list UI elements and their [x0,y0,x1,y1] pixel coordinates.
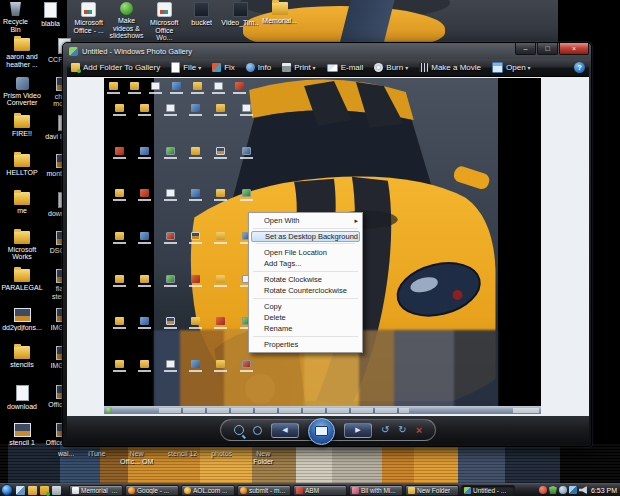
desktop-icon-label[interactable]: wal... [58,450,74,465]
context-menu-item[interactable]: Rotate Counterclockwise [249,285,362,296]
zoom-icon[interactable] [234,425,244,435]
toolbar-button-label: Open [506,63,526,72]
taskbar-button-icon [184,487,191,494]
desktop-icon[interactable]: aaron and heather ... [0,36,44,75]
taskbar-button-icon [296,487,303,494]
tray-icon[interactable] [579,486,587,494]
toolbar-button[interactable]: Open [492,62,531,73]
tray-icon[interactable] [559,486,567,494]
context-menu-item-label: Set as Desktop Background [265,232,358,241]
desktop-icon-glyph [16,77,29,90]
window-control-button[interactable]: – [515,43,536,55]
taskbar-button[interactable]: Bil with Mi... [349,485,403,496]
taskbar-button[interactable]: New Folder [405,485,459,496]
mini-desktop-icon [132,358,157,394]
desktop-icon[interactable]: blabla [35,2,66,33]
taskbar-button[interactable]: Memorial_1... [69,485,123,496]
context-menu-item[interactable]: Delete [249,312,362,323]
desktop-icon[interactable]: Microsoft Office - ... [72,2,105,42]
desktop-icon-glyph [14,154,30,167]
desktop-icon-glyph [14,115,30,128]
toolbar-button-icon [492,62,503,73]
mini-desktop-icon [234,145,259,181]
desktop-icon[interactable]: Prism Video Converter [0,75,44,114]
window-control-button[interactable]: □ [537,43,558,55]
desktop-icon-label[interactable]: photos [211,450,232,465]
toolbar-button[interactable]: E-mail [327,63,364,72]
tray-icon[interactable] [569,486,577,494]
toolbar-button[interactable]: Burn [374,63,408,72]
mini-desktop-icon [107,230,132,266]
quick-launch-icon[interactable] [16,486,25,495]
desktop-icon-label: aaron and heather ... [0,53,44,68]
taskbar-button-icon [352,487,359,494]
quick-launch-icon[interactable] [40,486,49,495]
mini-desktop-icon [107,187,132,223]
desktop-icon[interactable]: PARALEGAL [0,267,44,306]
mini-desktop-icon [208,273,233,309]
toolbar-button[interactable]: File [171,62,201,73]
toolbar-button[interactable]: Fix [212,63,235,72]
taskbar-clock[interactable]: 6:53 PM [589,487,620,494]
desktop-icon[interactable]: Microsoft Office Wo... [148,2,181,42]
taskbar-button[interactable]: AOL.com ... [181,485,235,496]
context-menu-item[interactable]: Add Tags... [249,258,362,269]
taskbar-button[interactable]: ABM [293,485,347,496]
context-menu-item[interactable]: Copy [249,301,362,312]
context-menu-item[interactable]: Set as Desktop Background [251,231,360,242]
desktop-icon[interactable]: stencils [0,344,44,383]
tray-icon[interactable] [539,486,547,494]
tray-icon[interactable] [549,486,557,494]
window-control-button[interactable]: × [559,43,589,55]
desktop-icon[interactable]: Video_Tim... [222,2,258,42]
toolbar-button[interactable]: Add Folder To Gallery [71,63,160,72]
title-bar[interactable]: Untitled - Windows Photo Gallery [67,44,589,59]
desktop-icon[interactable]: HELLTOP [0,152,44,191]
context-menu-item[interactable]: Properties [249,339,362,350]
context-menu-item-label: Properties [264,340,298,349]
desktop-icon-label[interactable]: New Folder [246,450,280,465]
taskbar-button[interactable]: Untitled - ... [461,485,515,496]
desktop-icon-glyph [14,423,31,437]
toolbar-button[interactable]: Print [282,63,315,72]
desktop-icon-label[interactable]: stencil 12 [168,450,198,465]
context-menu-item[interactable]: Open File Location [249,247,362,258]
context-menu-item[interactable]: Open With [249,215,362,226]
rotate-clockwise-icon[interactable]: ↻ [398,425,406,435]
context-menu-item[interactable]: Rename [249,323,362,334]
help-icon[interactable]: ? [574,62,585,73]
desktop-icon[interactable]: Recycle Bin [0,2,31,33]
mini-desktop-icon [158,102,183,138]
toolbar-button-label: Make a Movie [431,63,481,72]
desktop-bottom-labels: wal... iTune New Offic... OM stencil 12 … [58,450,280,465]
desktop-icon[interactable]: dd2ydjfons... [0,306,44,345]
taskbar-button[interactable]: Google - ... [125,485,179,496]
desktop-icon[interactable]: FIRE!! [0,113,44,152]
quick-launch-icon[interactable] [28,486,37,495]
toolbar-button-label: Burn [386,63,403,72]
actual-size-icon[interactable] [253,426,262,435]
next-button[interactable]: ▶ [344,423,372,438]
desktop-icon[interactable]: stencil 1 [0,421,44,460]
desktop-icon-label[interactable]: iTune [88,450,105,465]
desktop-icon-label: Recycle Bin [0,18,31,33]
desktop-icon-label[interactable]: New Offic... OM [120,450,154,465]
mini-desktop-icon [107,273,132,309]
toolbar-button[interactable]: Make a Movie [419,63,481,72]
play-slideshow-button[interactable] [308,418,335,445]
quick-launch-icon[interactable] [52,486,61,495]
context-menu-item[interactable]: Rotate Clockwise [249,274,362,285]
desktop-icon[interactable]: me [0,190,44,229]
desktop-icon[interactable]: bucket [185,2,218,42]
delete-icon[interactable]: × [416,425,422,435]
mini-desktop-icon [208,315,233,351]
desktop-icon[interactable]: Memorial... [262,2,297,42]
desktop-icon[interactable]: download [0,383,44,422]
toolbar-button[interactable]: Info [246,63,271,72]
previous-button[interactable]: ◀ [271,423,299,438]
desktop-icon[interactable]: Make videos & slideshows [109,2,143,42]
taskbar-button[interactable]: submit - ma... [237,485,291,496]
rotate-counterclockwise-icon[interactable]: ↺ [381,425,389,435]
desktop-icon[interactable]: Microsoft Works [0,229,44,268]
start-button[interactable] [1,484,13,496]
